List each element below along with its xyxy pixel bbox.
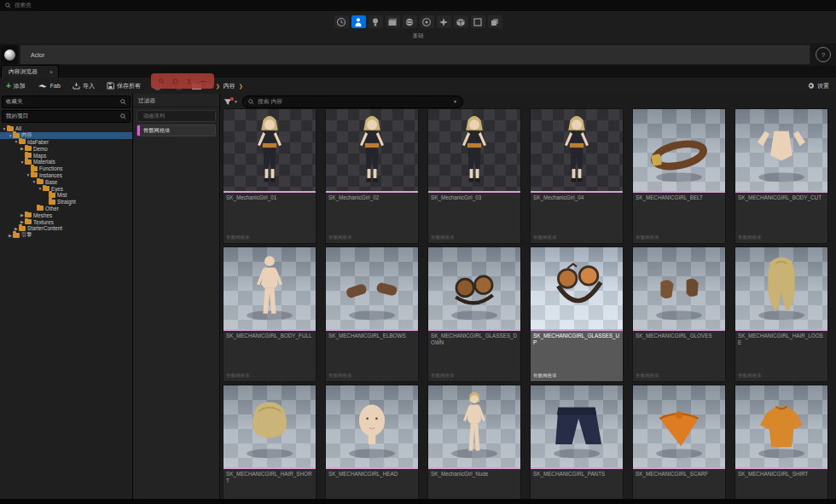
tree-item-label: Base xyxy=(45,179,57,185)
asset-type-label: 骨骼网格体 xyxy=(224,373,316,381)
asset-name: SK_MECHANICGIRL_GLASSES_DOWN xyxy=(428,331,520,345)
asset-name: SK_MECHANICGIRL_SHIRT xyxy=(735,469,827,478)
place-category-label: 基础 xyxy=(0,32,836,40)
asset-name: SK_MechanicGirl_04 xyxy=(531,193,623,201)
asset-search-input[interactable]: 搜索 内容 ▼ xyxy=(242,96,463,108)
window-search-placeholder: 搜索类 xyxy=(15,2,32,9)
tree-item-all[interactable]: ▼All xyxy=(0,125,132,132)
folder-icon xyxy=(25,219,32,224)
asset-name: SK_MECHANICGIRL_SCARF xyxy=(633,469,725,478)
asset-name: SK_MECHANICGIRL_GLASSES_UP xyxy=(531,331,623,345)
tree-item-mist[interactable]: Mist xyxy=(0,192,132,199)
asset-tile-sk_mechanicgirl_body_full[interactable]: SK_MECHANICGIRL_BODY_FULL骨骼网格体 xyxy=(224,247,316,381)
tree-item-demo[interactable]: ▶Demo xyxy=(0,145,132,152)
import-button[interactable]: 导入 xyxy=(67,78,101,94)
window-search-bar[interactable]: 搜索类 xyxy=(0,0,836,12)
save-all-button[interactable]: 保存所有 xyxy=(101,78,147,94)
tree-item-label: Other xyxy=(45,206,59,211)
tree-item-startercontent[interactable]: ▶StarterContent xyxy=(0,225,132,232)
breadcrumb-content[interactable]: 内容 xyxy=(224,82,235,90)
folder-icon xyxy=(19,226,26,231)
geometry-cube-icon[interactable] xyxy=(454,15,468,28)
asset-name: SK_MechanicGirl_01 xyxy=(224,193,316,201)
tree-item-meshes[interactable]: ▶Meshes xyxy=(0,211,132,218)
folder-icon xyxy=(37,206,44,211)
tree-item-eyes[interactable]: ▼Eyes xyxy=(0,185,132,192)
asset-tile-sk_mechanicgirl_04[interactable]: SK_MechanicGirl_04骨骼网格体 xyxy=(531,109,623,243)
asset-name: SK_MECHANICGIRL_BODY_FULL xyxy=(224,331,316,339)
tree-item-label: 引擎 xyxy=(21,231,32,239)
asset-name: SK_MechanicGirl_02 xyxy=(326,193,418,201)
tab-content-browser[interactable]: 内容浏览器 × xyxy=(1,65,59,78)
chevron-down-icon: ▼ xyxy=(234,99,238,104)
fab-button[interactable]: Fab xyxy=(32,78,67,94)
content-browser-body: 收藏夹 我的项目 ▼All▼内容▼IdaFaber▶DemoMaps▼Mater… xyxy=(0,94,836,499)
asset-tile-sk_mechanicgirl_glasses_up[interactable]: SK_MECHANICGIRL_GLASSES_UP骨骼网格体 xyxy=(531,247,623,381)
tree-item-label: All xyxy=(15,125,21,131)
asset-tile-sk_mechanicgirl_hair_short[interactable]: SK_MECHANICGIRL_HAIR_SHORT骨骼网格体 xyxy=(224,385,316,499)
favorites-search[interactable]: 收藏夹 xyxy=(2,96,131,108)
asset-tile-sk_mechanicgirl_hair_loose[interactable]: SK_MECHANICGIRL_HAIR_LOOSE骨骼网格体 xyxy=(735,247,827,381)
asset-tile-sk_mechanicgirl_elbows[interactable]: SK_MECHANICGIRL_ELBOWS骨骼网格体 xyxy=(326,247,418,381)
add-button[interactable]: + 添加 xyxy=(0,78,32,94)
tree-item-idafaber[interactable]: ▼IdaFaber xyxy=(0,139,132,146)
asset-tile-sk_mechanicgirl_belt[interactable]: SK_MECHANICGIRL_BELT骨骼网格体 xyxy=(633,109,725,243)
basic-actor-icon[interactable] xyxy=(351,15,366,28)
panel-tab-strip: 内容浏览器 × xyxy=(0,66,836,78)
tree-item-引擎[interactable]: ▶引擎 xyxy=(0,232,132,239)
filters-panel: 过滤器 动画序列骨骼网格体 xyxy=(133,94,220,499)
asset-name: SK_MECHANICGIRL_ELBOWS xyxy=(326,331,418,339)
settings-button[interactable]: 设置 xyxy=(807,82,829,90)
asset-name: SK_MechanicGirl_Nude xyxy=(428,469,520,478)
lights-bulb-icon[interactable] xyxy=(369,15,383,28)
asset-type-label: 骨骼网格体 xyxy=(531,235,623,243)
decal-icon[interactable] xyxy=(420,15,434,28)
save-icon xyxy=(107,82,114,90)
asset-tile-sk_mechanicgirl_gloves[interactable]: SK_MECHANICGIRL_GLOVES骨骼网格体 xyxy=(633,247,725,381)
help-icon[interactable]: ? xyxy=(816,47,831,62)
tree-item-straight[interactable]: Straight xyxy=(0,199,132,206)
asset-tile-sk_mechanicgirl_shirt[interactable]: SK_MECHANICGIRL_SHIRT骨骼网格体 xyxy=(735,385,827,499)
filter-chip-active[interactable]: 骨骼网格体 xyxy=(136,125,216,136)
tree-item-label: 内容 xyxy=(21,131,32,139)
asset-name: SK_MECHANICGIRL_GLOVES xyxy=(633,331,725,339)
close-icon[interactable]: × xyxy=(49,69,53,75)
cinematics-clapper-icon[interactable] xyxy=(386,15,400,28)
asset-tile-sk_mechanicgirl_pants[interactable]: SK_MECHANICGIRL_PANTS骨骼网格体 xyxy=(531,385,623,499)
tree-item-functions[interactable]: Functions xyxy=(0,165,132,172)
asset-type-label: 骨骼网格体 xyxy=(428,373,520,381)
asset-thumbnail-char xyxy=(428,109,520,191)
asset-thumbnail-bodycut xyxy=(735,109,827,191)
tree-item-maps[interactable]: Maps xyxy=(0,152,132,159)
recent-clock-icon[interactable] xyxy=(334,15,349,28)
tree-item-other[interactable]: Other xyxy=(0,206,132,212)
asset-thumbnail-elbows xyxy=(326,247,418,329)
tree-item-instances[interactable]: ▼Instances xyxy=(0,172,132,179)
shapes-sphere-icon[interactable] xyxy=(403,15,417,28)
all-classes-box-icon[interactable] xyxy=(488,15,502,28)
filter-chip-inactive[interactable]: 动画序列 xyxy=(136,110,216,122)
asset-type-label: 骨骼网格体 xyxy=(633,235,725,243)
volumes-icon[interactable] xyxy=(471,15,485,28)
asset-thumbnail-hairshort xyxy=(224,385,316,467)
actor-thumbnail xyxy=(1,45,18,64)
asset-tile-sk_mechanicgirl_nude[interactable]: SK_MechanicGirl_Nude骨骼网格体 xyxy=(428,385,520,499)
tree-item-base[interactable]: ▼Base xyxy=(0,178,132,185)
folder-icon xyxy=(25,153,32,158)
asset-tile-sk_mechanicgirl_head[interactable]: SK_MECHANICGIRL_HEAD骨骼网格体 xyxy=(326,385,418,499)
asset-tile-sk_mechanicgirl_02[interactable]: SK_MechanicGirl_02骨骼网格体 xyxy=(326,109,418,243)
unreal-editor-window: 搜索类 基础 Actor ? 内容浏览器 × + 添加 Fab xyxy=(0,0,836,504)
asset-thumbnail-char xyxy=(326,109,418,191)
asset-tile-sk_mechanicgirl_body_cut[interactable]: SK_MECHANICGIRL_BODY_CUT骨骼网格体 xyxy=(735,109,827,243)
asset-name: SK_MECHANICGIRL_PANTS xyxy=(531,469,623,478)
visual-effects-icon[interactable] xyxy=(437,15,451,28)
asset-name: SK_MECHANICGIRL_HAIR_SHORT xyxy=(224,469,316,484)
place-actor-item[interactable]: Actor xyxy=(20,44,810,65)
asset-tile-sk_mechanicgirl_glasses_down[interactable]: SK_MECHANICGIRL_GLASSES_DOWN骨骼网格体 xyxy=(428,247,520,381)
tree-item-materials[interactable]: ▼Materials xyxy=(0,159,132,165)
asset-tile-sk_mechanicgirl_scarf[interactable]: SK_MECHANICGIRL_SCARF骨骼网格体 xyxy=(633,385,725,499)
asset-tile-sk_mechanicgirl_03[interactable]: SK_MechanicGirl_03骨骼网格体 xyxy=(428,109,520,243)
asset-tile-sk_mechanicgirl_01[interactable]: SK_MechanicGirl_01骨骼网格体 xyxy=(224,109,316,243)
project-search[interactable]: 我的项目 xyxy=(2,110,131,123)
filter-funnel-button[interactable]: ▼ xyxy=(224,98,238,106)
